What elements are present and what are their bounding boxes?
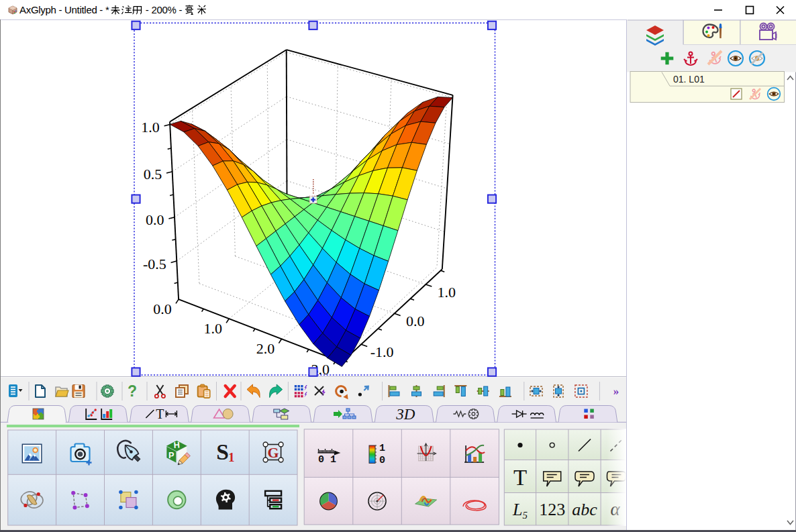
- svg-text:0.0: 0.0: [146, 211, 164, 228]
- svg-text:T: T: [513, 466, 527, 490]
- svg-text:1: 1: [379, 443, 385, 454]
- svg-text:1.0: 1.0: [204, 320, 223, 337]
- svg-text:2.0: 2.0: [256, 340, 275, 357]
- svg-text:0: 0: [379, 455, 385, 466]
- svg-text:G: G: [268, 445, 279, 461]
- svg-text:01. L01: 01. L01: [673, 74, 705, 85]
- svg-text:3D: 3D: [395, 406, 415, 423]
- svg-text:0 1: 0 1: [318, 454, 336, 466]
- svg-text:1: 1: [228, 450, 235, 464]
- svg-text:S: S: [216, 439, 229, 464]
- svg-text:H: H: [173, 440, 180, 450]
- svg-text:0.0: 0.0: [406, 313, 425, 329]
- svg-text:1.0: 1.0: [141, 119, 160, 136]
- svg-text:0.0: 0.0: [153, 301, 172, 317]
- svg-text:T: T: [156, 407, 164, 421]
- svg-text:-1.0: -1.0: [370, 343, 394, 360]
- svg-text:?: ?: [128, 382, 137, 400]
- svg-text:»: »: [613, 385, 619, 398]
- svg-text:123: 123: [539, 500, 565, 519]
- svg-text:1.0: 1.0: [438, 284, 456, 301]
- svg-text:P: P: [168, 451, 174, 460]
- svg-text:0.5: 0.5: [144, 166, 162, 182]
- svg-text:abc: abc: [572, 500, 597, 519]
- svg-text:-0.5: -0.5: [143, 256, 166, 272]
